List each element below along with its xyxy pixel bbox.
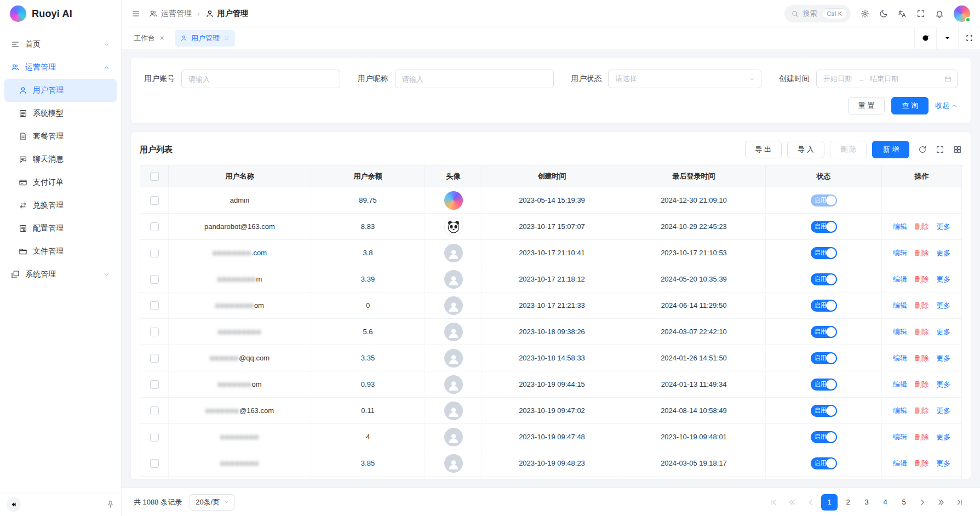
edit-link[interactable]: 编辑: [893, 275, 907, 283]
status-toggle[interactable]: 启用: [811, 457, 837, 469]
sidebar-item-user-management[interactable]: 用户管理: [4, 79, 117, 102]
hamburger-menu-icon[interactable]: [131, 9, 140, 18]
sidebar-item-config-management[interactable]: 配置管理: [4, 217, 117, 240]
row-checkbox[interactable]: [150, 222, 159, 231]
row-checkbox[interactable]: [150, 459, 159, 468]
status-toggle[interactable]: 启用: [811, 221, 837, 233]
search-button[interactable]: 查 询: [891, 97, 929, 114]
refresh-icon[interactable]: [918, 145, 927, 154]
edit-link[interactable]: 编辑: [893, 406, 907, 415]
status-toggle[interactable]: 启用: [811, 405, 837, 417]
column-settings-icon[interactable]: [953, 145, 962, 154]
user-avatar[interactable]: [954, 5, 970, 22]
more-link[interactable]: 更多: [936, 328, 950, 336]
status-toggle[interactable]: 启用: [811, 194, 837, 207]
tab-user-management[interactable]: 用户管理: [175, 30, 235, 47]
close-icon[interactable]: [159, 35, 165, 41]
page-button-1[interactable]: 1: [821, 494, 838, 511]
page-button-2[interactable]: 2: [840, 494, 856, 511]
more-link[interactable]: 更多: [936, 459, 950, 467]
breadcrumb-operations[interactable]: 运营管理: [149, 9, 192, 19]
page-button-3[interactable]: 3: [858, 494, 875, 511]
sidebar-item-operations[interactable]: 运营管理: [4, 56, 117, 79]
row-checkbox[interactable]: [150, 406, 159, 415]
reset-button[interactable]: 重 置: [848, 97, 885, 114]
sidebar-collapse-button[interactable]: [7, 497, 21, 512]
add-button[interactable]: 新 增: [872, 141, 909, 158]
sidebar-item-package-management[interactable]: 套餐管理: [4, 125, 117, 148]
first-page-button[interactable]: [765, 494, 782, 511]
page-size-select[interactable]: 20条/页: [190, 494, 234, 511]
status-select[interactable]: 请选择: [608, 70, 761, 88]
export-button[interactable]: 导 出: [745, 141, 782, 158]
delete-link[interactable]: 删除: [915, 354, 929, 362]
delete-link[interactable]: 删除: [915, 433, 929, 441]
more-link[interactable]: 更多: [936, 275, 950, 283]
page-button-4[interactable]: 4: [877, 494, 893, 511]
pin-icon[interactable]: [106, 500, 114, 508]
settings-gear-icon[interactable]: [861, 9, 869, 18]
delete-link[interactable]: 删除: [915, 459, 929, 467]
more-link[interactable]: 更多: [936, 406, 950, 415]
row-checkbox[interactable]: [150, 354, 159, 363]
row-checkbox[interactable]: [150, 328, 159, 336]
status-toggle[interactable]: 启用: [811, 247, 837, 259]
edit-link[interactable]: 编辑: [893, 249, 907, 257]
jump-forward-button[interactable]: [933, 494, 949, 511]
next-page-button[interactable]: [914, 494, 931, 511]
select-all-checkbox[interactable]: [150, 172, 159, 181]
global-search[interactable]: 搜索 Ctrl K: [784, 5, 851, 22]
status-toggle[interactable]: 启用: [811, 300, 837, 312]
delete-link[interactable]: 删除: [915, 301, 929, 309]
edit-link[interactable]: 编辑: [893, 301, 907, 309]
more-link[interactable]: 更多: [936, 354, 950, 362]
refresh-icon[interactable]: [914, 27, 936, 49]
chevron-down-icon[interactable]: [936, 27, 958, 49]
more-link[interactable]: 更多: [936, 380, 950, 388]
expand-layout-icon[interactable]: [958, 27, 980, 49]
edit-link[interactable]: 编辑: [893, 433, 907, 441]
row-checkbox[interactable]: [150, 433, 159, 442]
jump-back-button[interactable]: [784, 494, 800, 511]
edit-link[interactable]: 编辑: [893, 222, 907, 231]
delete-link[interactable]: 删除: [915, 249, 929, 257]
sidebar-item-exchange-management[interactable]: 兑换管理: [4, 194, 117, 217]
status-toggle[interactable]: 启用: [811, 326, 837, 338]
sidebar-item-system-models[interactable]: 系统模型: [4, 102, 117, 125]
fullscreen-icon[interactable]: [916, 9, 925, 18]
edit-link[interactable]: 编辑: [893, 354, 907, 362]
more-link[interactable]: 更多: [936, 433, 950, 441]
last-page-button[interactable]: [952, 494, 968, 511]
date-range-picker[interactable]: 开始日期 → 结束日期: [816, 70, 958, 88]
dark-mode-moon-icon[interactable]: [879, 9, 888, 18]
row-checkbox[interactable]: [150, 249, 159, 257]
edit-link[interactable]: 编辑: [893, 328, 907, 336]
page-button-5[interactable]: 5: [896, 494, 912, 511]
delete-link[interactable]: 删除: [915, 380, 929, 388]
notifications-bell-icon[interactable]: [935, 9, 944, 18]
sidebar-item-file-management[interactable]: 文件管理: [4, 240, 117, 263]
status-toggle[interactable]: 启用: [811, 352, 837, 364]
delete-link[interactable]: 删除: [915, 275, 929, 283]
import-button[interactable]: 导 入: [787, 141, 824, 158]
sidebar-item-chat-messages[interactable]: 聊天消息: [4, 148, 117, 171]
sidebar-item-payment-orders[interactable]: 支付订单: [4, 171, 117, 194]
prev-page-button[interactable]: [803, 494, 819, 511]
row-checkbox[interactable]: [150, 301, 159, 310]
tab-workbench[interactable]: 工作台: [128, 30, 170, 47]
row-checkbox[interactable]: [150, 380, 159, 389]
status-toggle[interactable]: 启用: [811, 431, 837, 443]
delete-link[interactable]: 删除: [915, 328, 929, 336]
row-checkbox[interactable]: [150, 196, 159, 205]
status-toggle[interactable]: 启用: [811, 379, 837, 391]
edit-link[interactable]: 编辑: [893, 459, 907, 467]
more-link[interactable]: 更多: [936, 301, 950, 309]
more-link[interactable]: 更多: [936, 222, 950, 231]
row-checkbox[interactable]: [150, 275, 159, 284]
sidebar-item-system[interactable]: 系统管理: [4, 263, 117, 286]
delete-link[interactable]: 删除: [915, 406, 929, 415]
sidebar-item-home[interactable]: 首页: [4, 33, 117, 56]
table-scroll-area[interactable]: 用户名称 用户余额 头像 创建时间 最后登录时间 状态 操作 admin 89.…: [140, 165, 962, 479]
collapse-filters-link[interactable]: 收起: [935, 101, 958, 111]
language-translate-icon[interactable]: [898, 9, 907, 18]
